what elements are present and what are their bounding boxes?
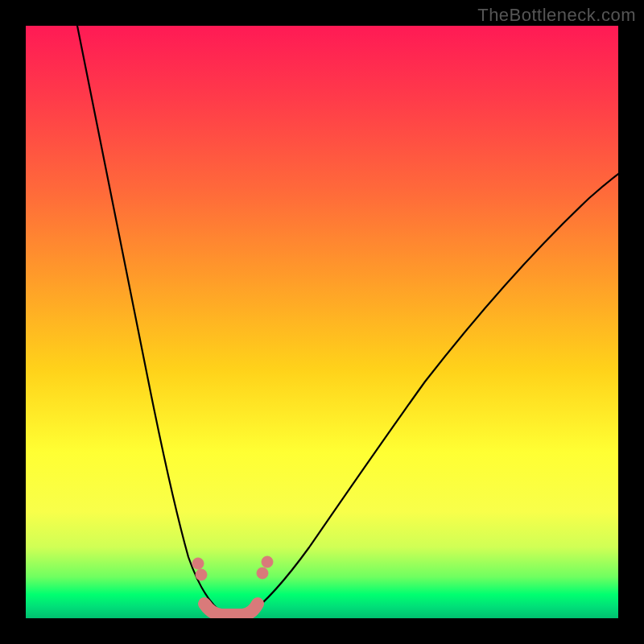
marker-dot: [196, 569, 207, 580]
curve-left: [77, 26, 225, 615]
marker-track: [204, 604, 258, 615]
watermark-text: TheBottleneck.com: [477, 5, 636, 26]
marker-dot: [262, 556, 273, 568]
curve-right: [248, 174, 618, 615]
marker-dot: [192, 558, 204, 569]
chart-plot-area: [26, 26, 618, 618]
marker-dot: [257, 568, 268, 579]
bottleneck-curve: [26, 26, 618, 618]
